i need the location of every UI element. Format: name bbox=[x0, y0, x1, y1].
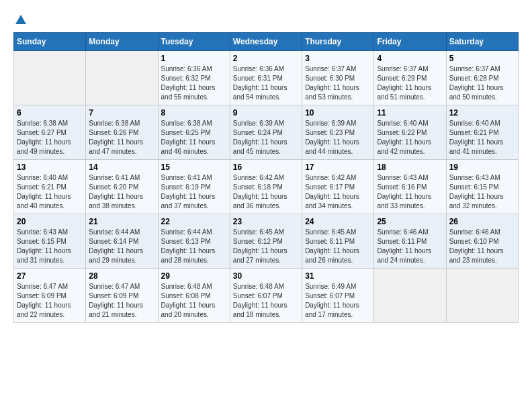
calendar-cell: 19Sunrise: 6:43 AMSunset: 6:15 PMDayligh… bbox=[446, 160, 518, 214]
calendar-cell: 13Sunrise: 6:40 AMSunset: 6:21 PMDayligh… bbox=[14, 160, 86, 214]
day-number: 24 bbox=[305, 217, 371, 226]
calendar-cell: 5Sunrise: 6:37 AMSunset: 6:28 PMDaylight… bbox=[446, 51, 518, 105]
day-detail: Sunrise: 6:36 AMSunset: 6:32 PMDaylight:… bbox=[161, 64, 227, 102]
day-header-saturday: Saturday bbox=[446, 33, 518, 51]
day-header-wednesday: Wednesday bbox=[230, 33, 302, 51]
calendar-cell: 24Sunrise: 6:45 AMSunset: 6:11 PMDayligh… bbox=[302, 214, 374, 269]
day-detail: Sunrise: 6:44 AMSunset: 6:13 PMDaylight:… bbox=[161, 228, 227, 265]
calendar-cell: 28Sunrise: 6:47 AMSunset: 6:09 PMDayligh… bbox=[86, 269, 158, 323]
day-detail: Sunrise: 6:40 AMSunset: 6:21 PMDaylight:… bbox=[449, 119, 515, 156]
day-number: 4 bbox=[377, 54, 443, 63]
day-detail: Sunrise: 6:38 AMSunset: 6:27 PMDaylight:… bbox=[17, 119, 83, 156]
calendar-header: SundayMondayTuesdayWednesdayThursdayFrid… bbox=[14, 33, 519, 51]
day-detail: Sunrise: 6:43 AMSunset: 6:15 PMDaylight:… bbox=[17, 228, 83, 265]
day-number: 11 bbox=[377, 108, 443, 118]
calendar-cell: 20Sunrise: 6:43 AMSunset: 6:15 PMDayligh… bbox=[14, 214, 86, 269]
calendar-week-3: 13Sunrise: 6:40 AMSunset: 6:21 PMDayligh… bbox=[14, 160, 519, 214]
calendar-cell: 2Sunrise: 6:36 AMSunset: 6:31 PMDaylight… bbox=[230, 51, 302, 105]
day-header-tuesday: Tuesday bbox=[158, 33, 230, 51]
calendar-cell: 27Sunrise: 6:47 AMSunset: 6:09 PMDayligh… bbox=[14, 269, 86, 323]
day-detail: Sunrise: 6:46 AMSunset: 6:11 PMDaylight:… bbox=[377, 228, 443, 265]
calendar-cell: 14Sunrise: 6:41 AMSunset: 6:20 PMDayligh… bbox=[86, 160, 158, 214]
day-detail: Sunrise: 6:43 AMSunset: 6:16 PMDaylight:… bbox=[377, 173, 443, 211]
day-header-thursday: Thursday bbox=[302, 33, 374, 51]
logo-triangle-icon bbox=[15, 13, 27, 26]
calendar-cell: 15Sunrise: 6:41 AMSunset: 6:19 PMDayligh… bbox=[158, 160, 230, 214]
day-number: 18 bbox=[377, 163, 443, 172]
calendar-cell: 18Sunrise: 6:43 AMSunset: 6:16 PMDayligh… bbox=[374, 160, 446, 214]
calendar-cell: 9Sunrise: 6:39 AMSunset: 6:24 PMDaylight… bbox=[230, 105, 302, 160]
calendar-cell: 6Sunrise: 6:38 AMSunset: 6:27 PMDaylight… bbox=[14, 105, 86, 160]
calendar-cell bbox=[14, 51, 86, 105]
day-number: 20 bbox=[17, 217, 83, 226]
day-number: 25 bbox=[377, 217, 443, 226]
calendar-cell bbox=[446, 269, 518, 323]
day-number: 12 bbox=[449, 108, 515, 118]
day-number: 28 bbox=[89, 271, 154, 281]
day-detail: Sunrise: 6:46 AMSunset: 6:10 PMDaylight:… bbox=[449, 228, 515, 265]
calendar-cell: 31Sunrise: 6:49 AMSunset: 6:07 PMDayligh… bbox=[302, 269, 374, 323]
calendar-cell: 16Sunrise: 6:42 AMSunset: 6:18 PMDayligh… bbox=[230, 160, 302, 214]
day-detail: Sunrise: 6:45 AMSunset: 6:11 PMDaylight:… bbox=[305, 228, 371, 265]
calendar-cell: 11Sunrise: 6:40 AMSunset: 6:22 PMDayligh… bbox=[374, 105, 446, 160]
calendar-cell: 21Sunrise: 6:44 AMSunset: 6:14 PMDayligh… bbox=[86, 214, 158, 269]
day-detail: Sunrise: 6:42 AMSunset: 6:17 PMDaylight:… bbox=[305, 173, 371, 211]
day-detail: Sunrise: 6:48 AMSunset: 6:08 PMDaylight:… bbox=[161, 282, 227, 320]
calendar-cell: 8Sunrise: 6:38 AMSunset: 6:25 PMDaylight… bbox=[158, 105, 230, 160]
day-detail: Sunrise: 6:44 AMSunset: 6:14 PMDaylight:… bbox=[89, 228, 154, 265]
calendar-cell bbox=[374, 269, 446, 323]
day-number: 19 bbox=[449, 163, 515, 172]
day-number: 27 bbox=[17, 271, 83, 281]
page-header bbox=[13, 13, 519, 26]
day-detail: Sunrise: 6:36 AMSunset: 6:31 PMDaylight:… bbox=[233, 64, 299, 102]
day-number: 1 bbox=[161, 54, 227, 63]
calendar-cell: 29Sunrise: 6:48 AMSunset: 6:08 PMDayligh… bbox=[158, 269, 230, 323]
day-detail: Sunrise: 6:37 AMSunset: 6:30 PMDaylight:… bbox=[305, 64, 371, 102]
calendar-cell: 22Sunrise: 6:44 AMSunset: 6:13 PMDayligh… bbox=[158, 214, 230, 269]
day-number: 30 bbox=[233, 271, 299, 281]
calendar-cell: 4Sunrise: 6:37 AMSunset: 6:29 PMDaylight… bbox=[374, 51, 446, 105]
day-number: 8 bbox=[161, 108, 227, 118]
day-number: 15 bbox=[161, 163, 227, 172]
day-detail: Sunrise: 6:48 AMSunset: 6:07 PMDaylight:… bbox=[233, 282, 299, 320]
day-number: 21 bbox=[89, 217, 154, 226]
day-header-sunday: Sunday bbox=[14, 33, 86, 51]
day-number: 26 bbox=[449, 217, 515, 226]
day-detail: Sunrise: 6:47 AMSunset: 6:09 PMDaylight:… bbox=[17, 282, 83, 320]
day-detail: Sunrise: 6:41 AMSunset: 6:19 PMDaylight:… bbox=[161, 173, 227, 211]
calendar-cell: 7Sunrise: 6:38 AMSunset: 6:26 PMDaylight… bbox=[86, 105, 158, 160]
day-number: 31 bbox=[305, 271, 371, 281]
day-detail: Sunrise: 6:38 AMSunset: 6:25 PMDaylight:… bbox=[161, 119, 227, 156]
day-number: 17 bbox=[305, 163, 371, 172]
calendar-table: SundayMondayTuesdayWednesdayThursdayFrid… bbox=[13, 32, 519, 323]
day-detail: Sunrise: 6:38 AMSunset: 6:26 PMDaylight:… bbox=[89, 119, 154, 156]
day-number: 7 bbox=[89, 108, 154, 118]
calendar-cell: 12Sunrise: 6:40 AMSunset: 6:21 PMDayligh… bbox=[446, 105, 518, 160]
day-detail: Sunrise: 6:37 AMSunset: 6:29 PMDaylight:… bbox=[377, 64, 443, 102]
day-detail: Sunrise: 6:39 AMSunset: 6:24 PMDaylight:… bbox=[233, 119, 299, 156]
day-number: 6 bbox=[17, 108, 83, 118]
day-number: 16 bbox=[233, 163, 299, 172]
svg-marker-0 bbox=[15, 15, 26, 24]
day-number: 10 bbox=[305, 108, 371, 118]
day-number: 14 bbox=[89, 163, 154, 172]
day-number: 3 bbox=[305, 54, 371, 63]
day-number: 22 bbox=[161, 217, 227, 226]
day-header-friday: Friday bbox=[374, 33, 446, 51]
day-detail: Sunrise: 6:40 AMSunset: 6:21 PMDaylight:… bbox=[17, 173, 83, 211]
calendar-week-5: 27Sunrise: 6:47 AMSunset: 6:09 PMDayligh… bbox=[14, 269, 519, 323]
calendar-cell: 25Sunrise: 6:46 AMSunset: 6:11 PMDayligh… bbox=[374, 214, 446, 269]
day-number: 13 bbox=[17, 163, 83, 172]
day-number: 5 bbox=[449, 54, 515, 63]
calendar-week-2: 6Sunrise: 6:38 AMSunset: 6:27 PMDaylight… bbox=[14, 105, 519, 160]
calendar-cell: 3Sunrise: 6:37 AMSunset: 6:30 PMDaylight… bbox=[302, 51, 374, 105]
day-detail: Sunrise: 6:41 AMSunset: 6:20 PMDaylight:… bbox=[89, 173, 154, 211]
calendar-cell: 30Sunrise: 6:48 AMSunset: 6:07 PMDayligh… bbox=[230, 269, 302, 323]
day-detail: Sunrise: 6:45 AMSunset: 6:12 PMDaylight:… bbox=[233, 228, 299, 265]
calendar-cell: 1Sunrise: 6:36 AMSunset: 6:32 PMDaylight… bbox=[158, 51, 230, 105]
calendar-cell: 17Sunrise: 6:42 AMSunset: 6:17 PMDayligh… bbox=[302, 160, 374, 214]
day-detail: Sunrise: 6:49 AMSunset: 6:07 PMDaylight:… bbox=[305, 282, 371, 320]
day-detail: Sunrise: 6:47 AMSunset: 6:09 PMDaylight:… bbox=[89, 282, 154, 320]
calendar-cell: 23Sunrise: 6:45 AMSunset: 6:12 PMDayligh… bbox=[230, 214, 302, 269]
day-number: 23 bbox=[233, 217, 299, 226]
